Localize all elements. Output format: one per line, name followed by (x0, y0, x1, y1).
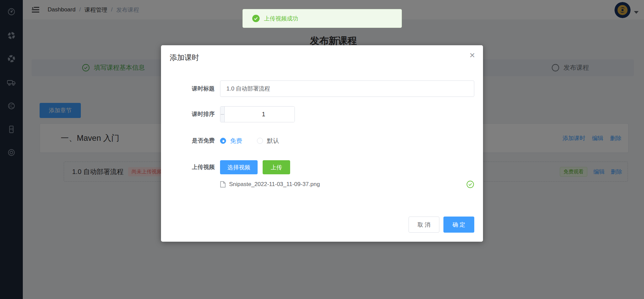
is-free-radio-group: 免费 默认 (220, 136, 279, 146)
lesson-sort-stepper: − + (220, 106, 295, 122)
dialog-title: 添加课时 (170, 53, 199, 63)
radio-free[interactable]: 免费 (220, 137, 242, 145)
choose-video-button[interactable]: 选择视频 (220, 160, 258, 174)
upload-success-icon (466, 180, 474, 190)
radio-unselected-icon (257, 138, 263, 144)
upload-button[interactable]: 上传 (263, 160, 290, 174)
lesson-sort-input[interactable] (225, 107, 295, 122)
radio-selected-icon (220, 138, 226, 144)
upload-buttons: 选择视频 上传 (220, 160, 290, 174)
add-lesson-dialog: 添加课时 × 课时标题 课时排序 − + 是否免费 免费 默认 上传视频 选择视… (161, 45, 483, 242)
lesson-title-label: 课时标题 (161, 80, 215, 97)
lesson-sort-label: 课时排序 (161, 106, 215, 122)
dialog-footer: 取 消 确 定 (409, 217, 474, 233)
stepper-decrease-button[interactable]: − (220, 107, 225, 122)
radio-default-label: 默认 (267, 137, 279, 145)
confirm-button[interactable]: 确 定 (443, 217, 474, 233)
file-name: Snipaste_2022-11-03_11-09-37.png (229, 181, 320, 188)
radio-default[interactable]: 默认 (257, 137, 279, 145)
success-check-icon (252, 15, 260, 22)
upload-video-label: 上传视频 (161, 160, 215, 174)
success-toast: 上传视频成功 (243, 9, 402, 28)
lesson-title-input[interactable] (220, 80, 474, 97)
cancel-button[interactable]: 取 消 (409, 217, 439, 233)
document-icon (220, 181, 226, 188)
close-icon[interactable]: × (470, 51, 475, 60)
is-free-label: 是否免费 (161, 136, 215, 146)
app-root: Dashboard / 课程管理 / 发布课程 发布新课程 (0, 0, 644, 299)
radio-free-label: 免费 (230, 137, 242, 145)
uploaded-file-item[interactable]: Snipaste_2022-11-03_11-09-37.png (220, 179, 474, 189)
toast-message: 上传视频成功 (264, 15, 298, 22)
